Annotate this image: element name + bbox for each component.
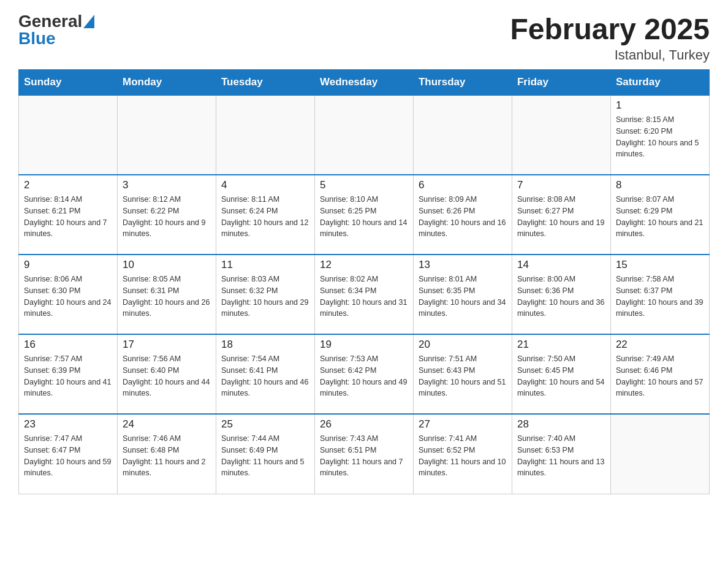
day-info: Sunrise: 7:57 AMSunset: 6:39 PMDaylight:… [24, 353, 112, 399]
calendar-cell [216, 95, 314, 175]
days-header-row: Sunday Monday Tuesday Wednesday Thursday… [19, 70, 710, 96]
day-info: Sunrise: 7:40 AMSunset: 6:53 PMDaylight:… [517, 433, 605, 479]
day-info: Sunrise: 8:09 AMSunset: 6:26 PMDaylight:… [419, 194, 507, 240]
day-info: Sunrise: 8:01 AMSunset: 6:35 PMDaylight:… [419, 274, 507, 320]
logo-triangle-icon [83, 15, 94, 28]
day-info: Sunrise: 8:03 AMSunset: 6:32 PMDaylight:… [221, 274, 309, 320]
day-info: Sunrise: 7:43 AMSunset: 6:51 PMDaylight:… [320, 433, 408, 479]
calendar-cell: 17Sunrise: 7:56 AMSunset: 6:40 PMDayligh… [117, 334, 216, 414]
header-monday: Monday [117, 70, 216, 96]
day-info: Sunrise: 7:47 AMSunset: 6:47 PMDaylight:… [24, 433, 112, 479]
calendar-cell: 6Sunrise: 8:09 AMSunset: 6:26 PMDaylight… [413, 175, 512, 255]
day-info: Sunrise: 8:14 AMSunset: 6:21 PMDaylight:… [24, 194, 112, 240]
day-info: Sunrise: 8:00 AMSunset: 6:36 PMDaylight:… [517, 274, 605, 320]
calendar-cell [413, 95, 512, 175]
day-number: 9 [24, 259, 112, 271]
calendar-week-row: 23Sunrise: 7:47 AMSunset: 6:47 PMDayligh… [19, 414, 710, 494]
day-info: Sunrise: 8:15 AMSunset: 6:20 PMDaylight:… [616, 114, 704, 160]
header-sunday: Sunday [19, 70, 118, 96]
logo: General Blue [18, 12, 94, 47]
day-number: 3 [123, 179, 211, 191]
header-wednesday: Wednesday [314, 70, 413, 96]
day-info: Sunrise: 8:11 AMSunset: 6:24 PMDaylight:… [221, 194, 309, 240]
day-number: 2 [24, 179, 112, 191]
day-info: Sunrise: 7:46 AMSunset: 6:48 PMDaylight:… [123, 433, 211, 479]
calendar-cell: 21Sunrise: 7:50 AMSunset: 6:45 PMDayligh… [512, 334, 610, 414]
calendar-title: February 2025 [510, 12, 710, 46]
calendar-cell: 24Sunrise: 7:46 AMSunset: 6:48 PMDayligh… [117, 414, 216, 494]
calendar-cell: 8Sunrise: 8:07 AMSunset: 6:29 PMDaylight… [610, 175, 709, 255]
calendar-cell [512, 95, 610, 175]
calendar-cell: 12Sunrise: 8:02 AMSunset: 6:34 PMDayligh… [314, 255, 413, 334]
calendar-cell: 7Sunrise: 8:08 AMSunset: 6:27 PMDaylight… [512, 175, 610, 255]
header-thursday: Thursday [413, 70, 512, 96]
day-number: 13 [419, 259, 507, 271]
day-number: 8 [616, 179, 704, 191]
day-number: 14 [517, 259, 605, 271]
calendar-cell: 5Sunrise: 8:10 AMSunset: 6:25 PMDaylight… [314, 175, 413, 255]
calendar-cell: 11Sunrise: 8:03 AMSunset: 6:32 PMDayligh… [216, 255, 314, 334]
calendar-cell [314, 95, 413, 175]
calendar-cell: 27Sunrise: 7:41 AMSunset: 6:52 PMDayligh… [413, 414, 512, 494]
calendar-cell: 20Sunrise: 7:51 AMSunset: 6:43 PMDayligh… [413, 334, 512, 414]
calendar-cell: 23Sunrise: 7:47 AMSunset: 6:47 PMDayligh… [19, 414, 118, 494]
day-number: 11 [221, 259, 309, 271]
day-info: Sunrise: 8:10 AMSunset: 6:25 PMDaylight:… [320, 194, 408, 240]
day-info: Sunrise: 7:53 AMSunset: 6:42 PMDaylight:… [320, 353, 408, 399]
day-number: 15 [616, 259, 704, 271]
calendar-cell: 14Sunrise: 8:00 AMSunset: 6:36 PMDayligh… [512, 255, 610, 334]
calendar-cell: 28Sunrise: 7:40 AMSunset: 6:53 PMDayligh… [512, 414, 610, 494]
calendar-cell: 18Sunrise: 7:54 AMSunset: 6:41 PMDayligh… [216, 334, 314, 414]
day-number: 22 [616, 339, 704, 351]
day-number: 24 [123, 418, 211, 431]
day-info: Sunrise: 7:58 AMSunset: 6:37 PMDaylight:… [616, 274, 704, 320]
calendar-cell: 3Sunrise: 8:12 AMSunset: 6:22 PMDaylight… [117, 175, 216, 255]
day-info: Sunrise: 7:54 AMSunset: 6:41 PMDaylight:… [221, 353, 309, 399]
day-number: 16 [24, 339, 112, 351]
day-number: 26 [320, 418, 408, 431]
day-info: Sunrise: 7:41 AMSunset: 6:52 PMDaylight:… [419, 433, 507, 479]
calendar-cell: 16Sunrise: 7:57 AMSunset: 6:39 PMDayligh… [19, 334, 118, 414]
day-number: 25 [221, 418, 309, 431]
day-number: 10 [123, 259, 211, 271]
day-number: 6 [419, 179, 507, 191]
header-saturday: Saturday [610, 70, 709, 96]
day-info: Sunrise: 7:49 AMSunset: 6:46 PMDaylight:… [616, 353, 704, 399]
calendar-table: Sunday Monday Tuesday Wednesday Thursday… [18, 69, 710, 494]
day-number: 12 [320, 259, 408, 271]
calendar-cell: 9Sunrise: 8:06 AMSunset: 6:30 PMDaylight… [19, 255, 118, 334]
calendar-cell: 10Sunrise: 8:05 AMSunset: 6:31 PMDayligh… [117, 255, 216, 334]
day-info: Sunrise: 8:12 AMSunset: 6:22 PMDaylight:… [123, 194, 211, 240]
calendar-cell: 19Sunrise: 7:53 AMSunset: 6:42 PMDayligh… [314, 334, 413, 414]
header-tuesday: Tuesday [216, 70, 314, 96]
calendar-cell [19, 95, 118, 175]
day-info: Sunrise: 7:51 AMSunset: 6:43 PMDaylight:… [419, 353, 507, 399]
calendar-cell: 1Sunrise: 8:15 AMSunset: 6:20 PMDaylight… [610, 95, 709, 175]
svg-marker-0 [83, 15, 94, 28]
calendar-cell [610, 414, 709, 494]
day-number: 27 [419, 418, 507, 431]
calendar-week-row: 2Sunrise: 8:14 AMSunset: 6:21 PMDaylight… [19, 175, 710, 255]
day-number: 18 [221, 339, 309, 351]
calendar-cell: 13Sunrise: 8:01 AMSunset: 6:35 PMDayligh… [413, 255, 512, 334]
day-number: 4 [221, 179, 309, 191]
day-info: Sunrise: 8:08 AMSunset: 6:27 PMDaylight:… [517, 194, 605, 240]
calendar-week-row: 1Sunrise: 8:15 AMSunset: 6:20 PMDaylight… [19, 95, 710, 175]
day-number: 1 [616, 99, 704, 112]
calendar-cell: 4Sunrise: 8:11 AMSunset: 6:24 PMDaylight… [216, 175, 314, 255]
logo-general-text: General [18, 13, 82, 30]
calendar-cell [117, 95, 216, 175]
day-number: 23 [24, 418, 112, 431]
day-info: Sunrise: 7:44 AMSunset: 6:49 PMDaylight:… [221, 433, 309, 479]
calendar-cell: 25Sunrise: 7:44 AMSunset: 6:49 PMDayligh… [216, 414, 314, 494]
calendar-subtitle: Istanbul, Turkey [510, 47, 710, 63]
day-number: 20 [419, 339, 507, 351]
calendar-week-row: 16Sunrise: 7:57 AMSunset: 6:39 PMDayligh… [19, 334, 710, 414]
title-area: February 2025 Istanbul, Turkey [510, 12, 710, 63]
day-number: 28 [517, 418, 605, 431]
page-header: General Blue February 2025 Istanbul, Tur… [18, 12, 710, 63]
day-info: Sunrise: 7:56 AMSunset: 6:40 PMDaylight:… [123, 353, 211, 399]
logo-blue-text: Blue [18, 29, 56, 48]
calendar-cell: 2Sunrise: 8:14 AMSunset: 6:21 PMDaylight… [19, 175, 118, 255]
day-number: 7 [517, 179, 605, 191]
